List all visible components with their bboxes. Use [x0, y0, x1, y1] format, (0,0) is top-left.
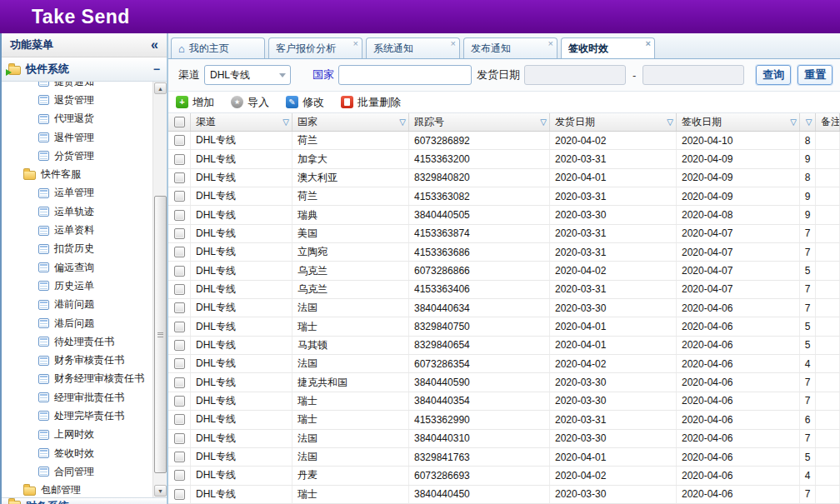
sidebar-item-20[interactable]: 签收时效 [2, 444, 152, 462]
tab-3[interactable]: 发布通知× [463, 37, 558, 58]
filter-triangle-icon[interactable]: ▽ [282, 118, 289, 127]
table-row[interactable]: DHL专线捷克共和国38404405902020-03-302020-04-06… [168, 373, 840, 392]
row-checkbox[interactable] [174, 247, 185, 257]
table-row[interactable]: DHL专线瑞士38404404502020-03-302020-04-067 [168, 486, 840, 504]
sidebar-item-8[interactable]: 运单资料 [2, 221, 152, 239]
row-checkbox[interactable] [174, 452, 185, 462]
table-row[interactable]: DHL专线马其顿83298406542020-04-012020-04-065 [168, 337, 840, 355]
tab-0[interactable]: ⌂我的主页 [171, 37, 265, 58]
sidebar-item-6[interactable]: 运单管理 [2, 184, 152, 202]
sidebar-collapse-icon[interactable]: « [151, 38, 158, 52]
row-checkbox[interactable] [174, 358, 185, 369]
column-header-3[interactable]: 发货日期▽ [550, 113, 677, 131]
search-button[interactable]: 查询 [756, 65, 791, 85]
column-header-0[interactable]: 渠道▽ [191, 113, 292, 131]
filter-triangle-icon[interactable]: ▽ [667, 118, 673, 127]
row-checkbox[interactable] [174, 396, 185, 407]
sidebar-item-4[interactable]: 分货管理 [2, 147, 152, 165]
table-row[interactable]: DHL专线荷兰41533630822020-03-312020-04-099 [168, 187, 840, 206]
row-checkbox[interactable] [174, 322, 185, 332]
sidebar-item-7[interactable]: 运单轨迹 [2, 202, 152, 221]
scroll-up-icon[interactable]: ▲ [154, 82, 167, 94]
sidebar-item-21[interactable]: 合同管理 [2, 462, 152, 481]
tab-4[interactable]: 签收时效× [561, 37, 655, 58]
row-checkbox[interactable] [174, 470, 185, 481]
table-row[interactable]: DHL专线法国38404403102020-03-302020-04-067 [168, 430, 840, 448]
toolbar-button-2[interactable]: ✎修改 [286, 95, 324, 110]
row-checkbox[interactable] [174, 284, 185, 295]
filter-triangle-icon[interactable]: ▽ [806, 118, 812, 127]
row-checkbox[interactable] [174, 489, 185, 500]
table-row[interactable]: DHL专线加拿大41533632002020-03-312020-04-099 [168, 150, 840, 168]
table-row[interactable]: DHL专线法国38404406342020-03-302020-04-067 [168, 299, 840, 317]
column-header-4[interactable]: 签收日期▽ [677, 113, 800, 131]
close-icon[interactable]: × [353, 39, 358, 48]
table-row[interactable]: DHL专线瑞士41533629902020-03-312020-04-066 [168, 411, 840, 429]
table-row[interactable]: DHL专线澳大利亚83298408202020-04-012020-04-098 [168, 169, 840, 187]
close-icon[interactable]: × [548, 39, 553, 48]
table-row[interactable]: DHL专线乌克兰41533634062020-03-312020-04-077 [168, 281, 840, 299]
channel-select[interactable]: DHL专线 [204, 65, 291, 85]
sidebar-item-1[interactable]: 退货管理 [2, 91, 152, 109]
sidebar-item-11[interactable]: 历史运单 [2, 277, 152, 295]
sidebar-item-13[interactable]: 港后问题 [2, 314, 152, 332]
column-header-5[interactable]: ▽ [800, 113, 816, 131]
column-header-2[interactable]: 跟踪号▽ [409, 113, 550, 131]
sidebar-item-2[interactable]: 代理退货 [2, 110, 152, 128]
filter-triangle-icon[interactable]: ▽ [399, 118, 406, 127]
sidebar-item-10[interactable]: 偏远查询 [2, 258, 152, 277]
date-to-input[interactable] [642, 65, 744, 85]
sidebar-item-5[interactable]: 快件客服 [2, 165, 152, 183]
tab-2[interactable]: 系统通知× [366, 37, 460, 58]
table-row[interactable]: DHL专线瑞士83298407502020-04-012020-04-065 [168, 317, 840, 336]
row-checkbox[interactable] [174, 377, 185, 388]
table-row[interactable]: DHL专线丹麦60732866932020-04-022020-04-064 [168, 467, 840, 485]
table-row[interactable]: DHL专线法国83298417632020-04-012020-04-065 [168, 448, 840, 467]
sidebar-item-19[interactable]: 上网时效 [2, 426, 152, 444]
date-from-input[interactable] [524, 65, 626, 85]
sidebar-item-14[interactable]: 待处理责任书 [2, 332, 152, 351]
table-row[interactable]: DHL专线荷兰60732868922020-04-022020-04-108 [168, 132, 840, 150]
accordion-header-finance-system[interactable]: 财务系统 [2, 497, 167, 504]
close-icon[interactable]: × [451, 39, 456, 48]
row-checkbox[interactable] [174, 172, 185, 183]
sidebar-item-9[interactable]: 扣货历史 [2, 240, 152, 258]
row-checkbox[interactable] [174, 340, 185, 351]
table-row[interactable]: DHL专线瑞士38404403542020-03-302020-04-067 [168, 392, 840, 411]
column-header-6[interactable]: 备注 [816, 113, 840, 131]
table-row[interactable]: DHL专线法国60732863542020-04-022020-04-064 [168, 355, 840, 373]
filter-triangle-icon[interactable]: ▽ [540, 118, 547, 127]
row-checkbox[interactable] [174, 266, 185, 277]
tab-1[interactable]: 客户报价分析× [268, 37, 362, 58]
row-checkbox[interactable] [174, 433, 185, 444]
select-all-checkbox[interactable] [174, 117, 185, 127]
close-icon[interactable]: × [646, 39, 651, 48]
row-checkbox[interactable] [174, 191, 185, 202]
sidebar-scrollbar[interactable]: ▲ ▼ [152, 82, 167, 497]
table-row[interactable]: DHL专线美国41533638742020-03-312020-04-077 [168, 225, 840, 243]
sidebar-item-15[interactable]: 财务审核责任书 [2, 351, 152, 369]
country-input[interactable] [338, 65, 472, 85]
sidebar-item-22[interactable]: 包邮管理 [2, 482, 152, 497]
table-row[interactable]: DHL专线立陶宛41533636862020-03-312020-04-077 [168, 243, 840, 262]
sidebar-item-0[interactable]: 提货通知 [2, 82, 152, 91]
column-header-1[interactable]: 国家▽ [292, 113, 409, 131]
toolbar-button-0[interactable]: +增加 [176, 95, 214, 110]
sidebar-item-18[interactable]: 处理完毕责任书 [2, 407, 152, 425]
row-checkbox[interactable] [174, 414, 185, 425]
row-checkbox[interactable] [174, 210, 185, 221]
table-row[interactable]: DHL专线瑞典38404405052020-03-302020-04-089 [168, 206, 840, 224]
toolbar-button-3[interactable]: 批量删除 [341, 95, 401, 110]
accordion-header-express-system[interactable]: 快件系统 − [2, 57, 167, 82]
toolbar-button-1[interactable]: ★导入 [231, 95, 269, 110]
sidebar-item-12[interactable]: 港前问题 [2, 296, 152, 314]
sidebar-item-16[interactable]: 财务经理审核责任书 [2, 370, 152, 388]
table-row[interactable]: DHL专线乌克兰60732868662020-04-022020-04-075 [168, 262, 840, 280]
row-checkbox[interactable] [174, 302, 185, 313]
scrollbar-thumb[interactable] [154, 196, 167, 473]
reset-button[interactable]: 重置 [798, 65, 832, 85]
scroll-down-icon[interactable]: ▼ [154, 485, 167, 497]
accordion-collapse-icon[interactable]: − [153, 62, 160, 76]
filter-triangle-icon[interactable]: ▽ [790, 118, 797, 127]
row-checkbox[interactable] [174, 135, 185, 146]
